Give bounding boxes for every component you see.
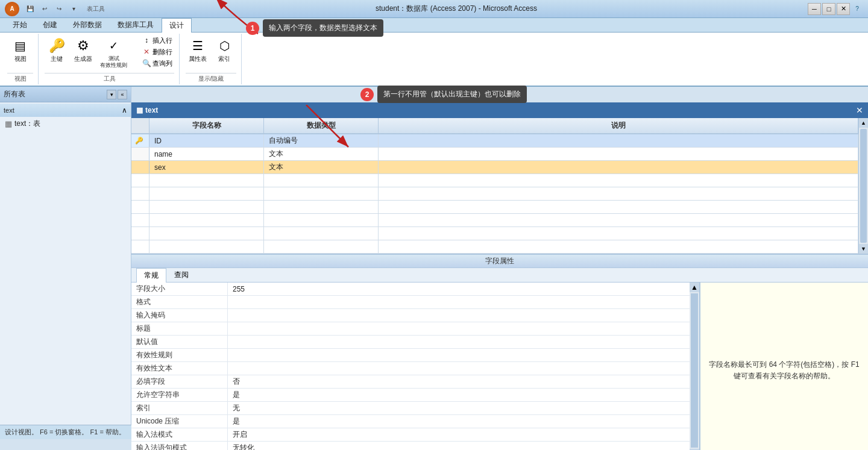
insert-row-button[interactable]: ↕ 插入行 [140,35,174,46]
tab-start[interactable]: 开始 [5,17,35,32]
table-row-empty-4[interactable] [131,214,858,227]
table-tool-label: 表工具 [87,5,105,13]
sidebar-section-text: text ∧ ▦ text：表 [0,102,131,131]
lookup-column-button[interactable]: 🔍 查询列 [140,58,174,69]
maximize-button[interactable]: □ [822,3,835,15]
fp-name-imemode: 输入法模式 [131,428,228,441]
primary-key-button[interactable]: 🔑 主键 [45,35,69,64]
fp-value-inputmask[interactable] [228,309,690,322]
cell-sex-datatype: 文本 [264,161,379,173]
fp-value-allowzero[interactable]: 是 [228,389,690,401]
property-sheet-button[interactable]: ☰ 属性表 [186,35,210,64]
tab-design[interactable]: 设计 [162,18,192,33]
minimize-button[interactable]: ─ [808,3,821,15]
view-button[interactable]: ▤ 视图 [8,35,33,64]
ribbon-small-group-rows: ↕ 插入行 ✕ 删除行 🔍 查询列 [140,35,174,69]
table-row-empty-5[interactable] [131,227,858,240]
scroll-thumb[interactable] [860,129,867,243]
tab-create[interactable]: 创建 [35,17,65,32]
fp-name-validrule: 有效性规则 [131,349,228,361]
table-row-empty-2[interactable] [131,187,858,201]
save-button[interactable]: 💾 [24,3,36,15]
indexes-button[interactable]: ⬡ 索引 [212,35,236,64]
fp-value-validtext[interactable] [228,362,690,375]
fp-row-default[interactable]: 默认值 [131,336,690,349]
insert-row-label: 插入行 [153,36,172,45]
table-row-id[interactable]: 🔑 ID 自动编号 [131,134,858,148]
ribbon-group-showhide: ☰ 属性表 ⬡ 索引 显示/隐藏 [181,34,242,84]
fp-row-validtext[interactable]: 有效性文本 [131,362,690,375]
table-scrollbar[interactable]: ▲ ▼ [858,118,868,254]
key-icon: 🔑 [47,36,66,55]
table-row-name[interactable]: name 文本 [131,148,858,161]
fp-row-validrule[interactable]: 有效性规则 [131,349,690,362]
redo-button[interactable]: ↪ [53,3,65,15]
sidebar-section-text-header[interactable]: text ∧ [0,104,131,117]
fp-value-unicode[interactable]: 是 [228,415,690,428]
cell-name-datatype: 文本 [264,148,379,160]
fp-row-imesentence[interactable]: 输入法语句模式 无转化 [131,442,690,450]
field-properties: 字段属性 常规 查阅 字段大小 255 格式 输入掩码 [131,254,868,450]
fp-value-validrule[interactable] [228,349,690,361]
lookup-column-label: 查询列 [153,59,172,68]
scroll-up-button[interactable]: ▲ [859,118,868,128]
fp-scroll-up-button[interactable]: ▲ [690,283,699,292]
fp-value-fieldsize[interactable]: 255 [228,283,690,295]
fp-value-indexed[interactable]: 无 [228,402,690,414]
close-button[interactable]: ✕ [837,3,850,15]
field-props-tab-general[interactable]: 常规 [136,268,166,283]
fp-row-unicode[interactable]: Unicode 压缩 是 [131,415,690,428]
fp-value-format[interactable] [228,296,690,308]
fp-scrollbar[interactable]: ▲ ▼ [690,283,699,450]
fp-value-default[interactable] [228,336,690,348]
cell-name-fieldname: name [149,148,264,160]
dropdown-button[interactable]: ▾ [68,3,80,15]
empty-cell-2 [264,174,379,187]
sidebar-header: 所有表 ▾ « [0,87,131,102]
col-description: 说明 [379,118,858,133]
table-row-empty-6[interactable] [131,240,858,254]
fp-row-indexed[interactable]: 索引 无 [131,402,690,415]
fp-row-caption[interactable]: 标题 [131,322,690,336]
field-properties-content: 字段大小 255 格式 输入掩码 标题 [131,283,868,450]
table-row-sex[interactable]: sex 文本 [131,161,858,174]
indexes-label: 索引 [218,55,230,63]
fp-value-required[interactable]: 否 [228,375,690,388]
ribbon-tab-bar: 开始 创建 外部数据 数据库工具 设计 [0,18,868,33]
table-close-button[interactable]: ✕ [856,105,863,115]
fp-value-imemode[interactable]: 开启 [228,428,690,441]
status-text: 设计视图。 F6 = 切换窗格。 F1 = 帮助。 [5,428,125,437]
fp-value-caption[interactable] [228,322,690,335]
table-row-empty-1[interactable] [131,174,858,187]
table-row-empty-3[interactable] [131,201,858,214]
sidebar-collapse-button[interactable]: « [118,90,127,99]
fp-row-format[interactable]: 格式 [131,296,690,309]
main-area: 所有表 ▾ « text ∧ ▦ text：表 2 第一行不用管（默认出现主键）… [0,87,868,425]
fp-scroll-thumb[interactable] [691,293,698,448]
sidebar-item-text-table-label: text：表 [14,119,40,129]
scroll-down-button[interactable]: ▼ [859,244,868,254]
title-bar: A 💾 ↩ ↪ ▾ 表工具 student：数据库 (Access 2007) … [0,0,868,18]
sidebar-filter-button[interactable]: ▾ [107,90,116,99]
builder-label: 生成器 [74,55,92,63]
sidebar-item-text-table[interactable]: ▦ text：表 [0,117,131,130]
fp-name-default: 默认值 [131,336,228,348]
undo-button[interactable]: ↩ [39,3,51,15]
fp-row-allowzero[interactable]: 允许空字符串 是 [131,389,690,402]
field-props-tab-lookup[interactable]: 查阅 [166,267,197,282]
help-icon[interactable]: ? [851,3,863,15]
delete-row-button[interactable]: ✕ 删除行 [140,46,174,57]
test-validation-button[interactable]: ✓ 测试有效性规则 [98,35,130,70]
tab-database-tools[interactable]: 数据库工具 [110,17,162,32]
sidebar: 所有表 ▾ « text ∧ ▦ text：表 [0,87,131,425]
fp-row-required[interactable]: 必填字段 否 [131,375,690,389]
builder-button[interactable]: ⚙ 生成器 [71,35,95,64]
test-label: 测试有效性规则 [100,55,127,69]
fp-row-fieldsize[interactable]: 字段大小 255 [131,283,690,296]
field-properties-tabs: 常规 查阅 [131,268,868,283]
fp-value-imesentence[interactable]: 无转化 [228,442,690,450]
fp-row-inputmask[interactable]: 输入掩码 [131,309,690,322]
table-design-area: ▦ text ✕ 字段名称 数据类型 说明 [131,87,868,254]
tab-external-data[interactable]: 外部数据 [65,17,110,32]
fp-row-imemode[interactable]: 输入法模式 开启 [131,428,690,442]
